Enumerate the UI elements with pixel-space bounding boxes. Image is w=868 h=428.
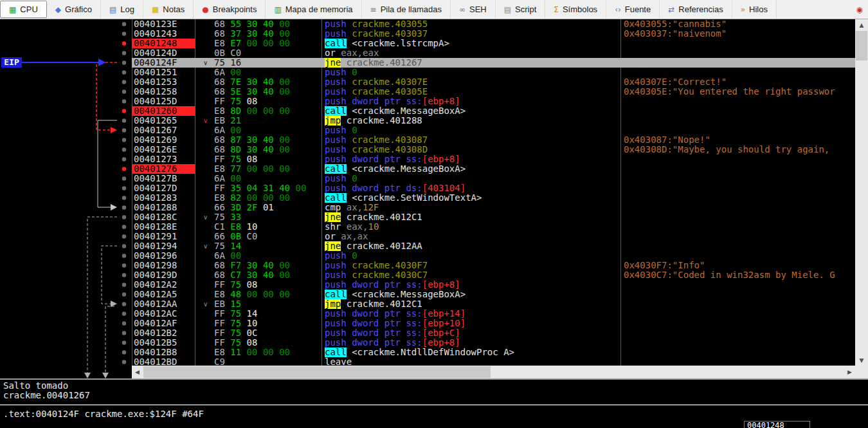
- disasm-row[interactable]: 0040128866 3D 2F 01 cmp ax,12F: [132, 203, 855, 212]
- comment-cell[interactable]: 0x403087:"Nope!": [620, 135, 855, 145]
- address-cell[interactable]: 00401267: [132, 126, 195, 135]
- comment-cell[interactable]: [620, 338, 855, 348]
- comment-cell[interactable]: [620, 174, 855, 183]
- disasm-row[interactable]: 004012516A 00 push 0: [132, 68, 855, 77]
- instruction-cell[interactable]: push 0: [321, 174, 620, 183]
- tab-notas[interactable]: ■Notas: [143, 0, 194, 19]
- gutter-dot[interactable]: [122, 234, 126, 238]
- bytes-cell[interactable]: 68 87 30 40 00: [195, 135, 321, 145]
- breakpoint-dot[interactable]: [122, 167, 126, 171]
- scroll-left-button[interactable]: ◀: [132, 366, 143, 378]
- instruction-cell[interactable]: push crackme.403055: [321, 19, 620, 29]
- address-cell[interactable]: 0040128C: [132, 212, 195, 222]
- instruction-cell[interactable]: push dword ptr ds:[403104]: [321, 183, 620, 193]
- tab-grafico[interactable]: ◆Gráfico: [47, 0, 101, 19]
- comment-cell[interactable]: [620, 280, 855, 290]
- tab-partial[interactable]: ◉: [850, 0, 868, 19]
- comment-cell[interactable]: [620, 183, 855, 193]
- address-cell[interactable]: 00401291: [132, 232, 195, 241]
- disasm-row[interactable]: 00401260E8 8D 00 00 00 call <crackme.Mes…: [132, 106, 855, 116]
- gutter-dot[interactable]: [122, 283, 126, 286]
- gutter-dot[interactable]: [122, 331, 126, 335]
- tab-breakpoints[interactable]: ●Breakpoints: [194, 0, 266, 19]
- disasm-row[interactable]: 004012ACFF 75 14 push dword ptr ss:[ebp+…: [132, 309, 855, 319]
- bytes-cell[interactable]: E8 82 00 00 00: [195, 193, 321, 203]
- address-cell[interactable]: 00401269: [132, 135, 195, 145]
- comment-cell[interactable]: [620, 222, 855, 232]
- comment-cell[interactable]: 0x403055:"cannabis": [620, 19, 855, 29]
- disasm-row[interactable]: 004012AA∨EB 15 jmp crackme.4012C1: [132, 299, 855, 309]
- gutter-dot[interactable]: [122, 22, 126, 26]
- gutter-dot[interactable]: [122, 292, 126, 296]
- bytes-cell[interactable]: 6A 00: [195, 68, 321, 77]
- address-cell[interactable]: 004012B5: [132, 338, 195, 348]
- address-cell[interactable]: 00401283: [132, 193, 195, 203]
- instruction-cell[interactable]: jne crackme.401267: [321, 58, 620, 68]
- instruction-cell[interactable]: push 0: [321, 68, 620, 77]
- gutter-dot[interactable]: [122, 176, 126, 180]
- address-cell[interactable]: 00401273: [132, 154, 195, 164]
- gutter-dot[interactable]: [122, 60, 126, 64]
- tab-hilos[interactable]: »Hilos: [732, 0, 777, 19]
- instruction-cell[interactable]: push dword ptr ss:[ebp+C]: [321, 328, 620, 338]
- gutter-dot[interactable]: [122, 70, 126, 74]
- gutter-dot[interactable]: [122, 205, 126, 209]
- instruction-cell[interactable]: push 0: [321, 251, 620, 261]
- disasm-row[interactable]: 004012B5FF 75 08 push dword ptr ss:[ebp+…: [132, 338, 855, 348]
- disasm-row[interactable]: 004012A2FF 75 08 push dword ptr ss:[ebp+…: [132, 280, 855, 290]
- address-cell[interactable]: 00401294: [132, 241, 195, 251]
- comment-cell[interactable]: 0x40307E:"Correct!": [620, 77, 855, 87]
- tab-script[interactable]: ▤Script: [496, 0, 546, 19]
- bytes-cell[interactable]: 66 3D 2F 01: [195, 203, 321, 212]
- comment-cell[interactable]: [620, 203, 855, 212]
- comment-cell[interactable]: [620, 154, 855, 164]
- instruction-cell[interactable]: push crackme.403087: [321, 135, 620, 145]
- disasm-row[interactable]: 004012AFFF 75 10 push dword ptr ss:[ebp+…: [132, 319, 855, 328]
- instruction-cell[interactable]: call <crackme.lstrcmpA>: [321, 39, 620, 48]
- bytes-cell[interactable]: ∨75 16: [195, 58, 321, 68]
- tab-mapa-de-memoria[interactable]: ▥Mapa de memoria: [266, 0, 361, 19]
- bytes-cell[interactable]: 68 8D 30 40 00: [195, 145, 321, 154]
- address-cell[interactable]: 00401288: [132, 203, 195, 212]
- address-cell[interactable]: 0040126E: [132, 145, 195, 154]
- address-cell[interactable]: 0040125D: [132, 97, 195, 106]
- horizontal-scrollbar[interactable]: ◀ ▶: [132, 366, 855, 378]
- comment-cell[interactable]: [620, 299, 855, 309]
- disasm-row[interactable]: 004012BDC9 leave: [132, 357, 855, 366]
- instruction-cell[interactable]: push crackme.40307E: [321, 77, 620, 87]
- bytes-cell[interactable]: 68 5E 30 40 00: [195, 87, 321, 97]
- instruction-cell[interactable]: jne crackme.4012AA: [321, 241, 620, 251]
- address-cell[interactable]: 0040127B: [132, 174, 195, 183]
- bytes-cell[interactable]: FF 75 08: [195, 338, 321, 348]
- disasm-row[interactable]: 00401276E8 77 00 00 00 call <crackme.Mes…: [132, 164, 855, 174]
- bytes-cell[interactable]: ∨EB 21: [195, 116, 321, 126]
- comment-cell[interactable]: 0x403037:"naivenom": [620, 29, 855, 39]
- tab-fuente[interactable]: ‹›Fuente: [606, 0, 660, 19]
- instruction-cell[interactable]: jmp crackme.401288: [321, 116, 620, 126]
- comment-cell[interactable]: 0x4030C7:"Coded in win32asm by Miele. G: [620, 270, 855, 280]
- tab-log[interactable]: ▤Log: [101, 0, 143, 19]
- instruction-cell[interactable]: call <crackme.MessageBoxA>: [321, 164, 620, 174]
- instruction-cell[interactable]: push dword ptr ss:[ebp+14]: [321, 309, 620, 319]
- gutter-dot[interactable]: [122, 99, 126, 103]
- instruction-cell[interactable]: push dword ptr ss:[ebp+10]: [321, 319, 620, 328]
- bytes-cell[interactable]: 68 C7 30 40 00: [195, 270, 321, 280]
- disasm-row[interactable]: 0040129868 F7 30 40 00 push crackme.4030…: [132, 261, 855, 270]
- disasm-row[interactable]: 0040127B6A 00 push 0: [132, 174, 855, 183]
- gutter-dot[interactable]: [122, 128, 126, 132]
- bytes-cell[interactable]: FF 75 08: [195, 97, 321, 106]
- disasm-row[interactable]: 004012B2FF 75 0C push dword ptr ss:[ebp+…: [132, 328, 855, 338]
- bytes-cell[interactable]: FF 35 04 31 40 00: [195, 183, 321, 193]
- instruction-cell[interactable]: push crackme.4030C7: [321, 270, 620, 280]
- disasm-row[interactable]: 0040129166 0B C0 or ax,ax: [132, 232, 855, 241]
- vertical-scroll-thumb[interactable]: [856, 31, 867, 60]
- bytes-cell[interactable]: 0B C0: [195, 48, 321, 58]
- instruction-cell[interactable]: call <crackme.NtdllDefWindowProc_A>: [321, 348, 620, 357]
- bytes-cell[interactable]: 68 55 30 40 00: [195, 19, 321, 29]
- disasm-row[interactable]: 0040124F∨75 16 jne crackme.401267: [132, 58, 855, 68]
- comment-cell[interactable]: [620, 116, 855, 126]
- bytes-cell[interactable]: FF 75 08: [195, 154, 321, 164]
- bytes-cell[interactable]: ∨75 33: [195, 212, 321, 222]
- address-cell[interactable]: 004012B2: [132, 328, 195, 338]
- comment-cell[interactable]: [620, 232, 855, 241]
